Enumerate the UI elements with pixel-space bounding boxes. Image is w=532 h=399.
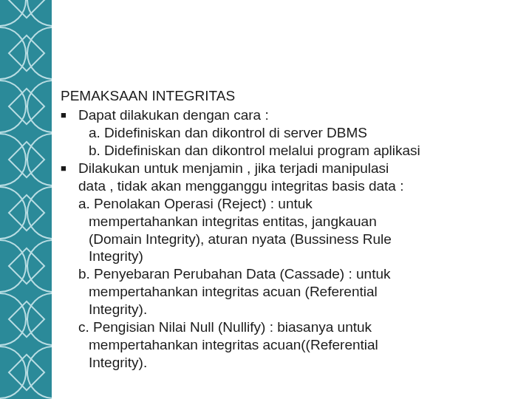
- bullet-2-cont: data , tidak akan mengganggu integritas …: [61, 177, 519, 195]
- bullet-2c-1: c. Pengisian Nilai Null (Nullify) : bias…: [61, 318, 519, 336]
- bullet-2a-3: (Domain Integrity), aturan nyata (Bussin…: [61, 231, 519, 248]
- decorative-sidebar: [0, 0, 52, 399]
- bullet-1-text: Dapat dilakukan dengan cara :: [78, 106, 519, 124]
- bullet-2c-2: mempertahankan integritas acuan((Referen…: [61, 336, 519, 354]
- slide-title: PEMAKSAAN INTEGRITAS: [61, 87, 519, 105]
- slide-content: PEMAKSAAN INTEGRITAS ■ Dapat dilakukan d…: [61, 87, 519, 372]
- bullet-2b-3: Integrity).: [61, 301, 519, 318]
- bullet-2a-2: mempertahankan integritas entitas, jangk…: [61, 213, 519, 231]
- bullet-2-text: Dilakukan untuk menjamin , jika terjadi …: [78, 160, 519, 177]
- bullet-1: ■ Dapat dilakukan dengan cara :: [61, 106, 519, 124]
- bullet-2a-1: a. Penolakan Operasi (Reject) : untuk: [61, 195, 519, 213]
- bullet-2c-3: Integrity).: [61, 354, 519, 372]
- bullet-2b-1: b. Penyebaran Perubahan Data (Cassade) :…: [61, 265, 519, 283]
- bullet-2: ■ Dilakukan untuk menjamin , jika terjad…: [61, 160, 519, 177]
- bullet-icon: ■: [61, 106, 78, 124]
- ring-pattern: [0, 0, 52, 399]
- bullet-1a: a. Didefiniskan dan dikontrol di server …: [61, 124, 519, 142]
- bullet-1b: b. Didefiniskan dan dikontrol melalui pr…: [61, 142, 519, 160]
- bullet-2a-4: Integrity): [61, 248, 519, 265]
- bullet-icon: ■: [61, 160, 78, 177]
- bullet-2b-2: mempertahankan integritas acuan (Referen…: [61, 283, 519, 301]
